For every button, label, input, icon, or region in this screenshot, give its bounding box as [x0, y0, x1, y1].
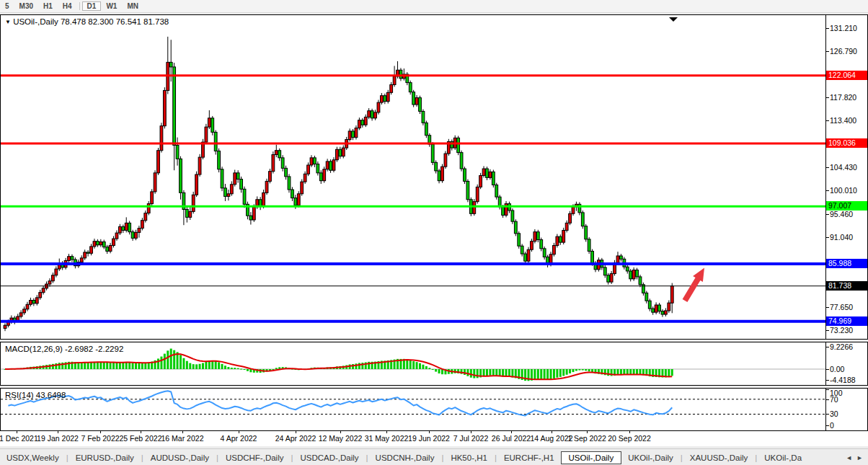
tab-ukoil-daily[interactable]: UKOil-,Daily [621, 452, 680, 464]
tab-ukoil-da[interactable]: UKOil-,Da [758, 452, 808, 464]
macd-bar [470, 369, 472, 378]
macd-bar [135, 363, 137, 369]
macd-bar [182, 358, 185, 369]
macd-bar [144, 363, 146, 369]
bull-candle [476, 187, 479, 201]
bull-candle [90, 247, 93, 253]
macd-plot[interactable] [1, 342, 827, 385]
tab-usoil-daily[interactable]: USOil-,Daily [561, 451, 622, 464]
date-tick [552, 431, 552, 433]
tab-scroll-left-icon[interactable]: ◄ [843, 454, 854, 461]
date-tick-label: 25 Feb 2022 [120, 434, 162, 443]
tab-usdcad-daily[interactable]: USDCAD-,Daily [293, 452, 365, 464]
bear-candle [316, 164, 319, 173]
trading-terminal: { "toolbar": { "items": ["5", "M30", "H1… [0, 0, 868, 465]
bear-candle [319, 173, 322, 181]
rsi-tick [826, 389, 829, 390]
timeframe-button-w1[interactable]: W1 [101, 1, 122, 11]
macd-bar [572, 369, 575, 372]
macd-bar [416, 362, 418, 369]
macd-bar [483, 369, 485, 376]
macd-bar [106, 363, 108, 369]
rsi-label: RSI(14) 43.6498 [5, 391, 66, 399]
macd-bar [237, 368, 239, 369]
bear-candle [285, 168, 288, 177]
bear-candle [169, 62, 172, 67]
macd-bar [52, 364, 54, 369]
price-tick [826, 28, 829, 29]
bull-candle [262, 192, 265, 206]
bear-candle [431, 144, 434, 162]
symbol-tab-bar: USDX,Weekly|EURUSD-,Daily|AUDUSD-,Daily|… [0, 448, 868, 465]
bull-candle [275, 151, 278, 155]
tab-audusd-daily[interactable]: AUDUSD-,Daily [144, 452, 216, 464]
macd-bar [435, 369, 437, 372]
date-tick-label: 7 Feb 2022 [81, 434, 119, 443]
price-tick-label: 117.820 [830, 93, 856, 102]
macd-bar [352, 364, 354, 369]
bull-candle [616, 256, 619, 262]
bear-candle [412, 92, 415, 105]
bear-candle [409, 83, 412, 92]
bull-candle [138, 229, 141, 233]
macd-bar [409, 360, 412, 369]
timeframe-button-h4[interactable]: H4 [58, 1, 77, 11]
bull-candle [80, 258, 83, 262]
tab-hk50-h1[interactable]: HK50-,H1 [444, 452, 494, 464]
macd-bar [58, 363, 61, 369]
bull-candle [572, 207, 575, 213]
rsi-plot[interactable] [1, 389, 827, 430]
bear-candle [32, 301, 35, 304]
price-level-badge-81.738: 81.738 [826, 281, 867, 291]
bull-candle [569, 213, 572, 223]
bull-candle [112, 239, 115, 245]
tab-xauusd-daily[interactable]: XAUUSD-,Daily [683, 452, 755, 464]
bull-candle [4, 325, 6, 328]
bull-candle [144, 213, 147, 221]
candlestick-plot[interactable] [1, 15, 827, 339]
bear-candle [536, 232, 539, 240]
macd-tick-label: -4.4188 [830, 376, 856, 384]
bear-candle [281, 158, 284, 168]
bear-candle [422, 111, 425, 123]
price-tick-label: 104.430 [830, 163, 857, 172]
tab-eurusd-daily[interactable]: EURUSD-,Daily [69, 452, 141, 464]
timeframe-button-m30[interactable]: M30 [14, 1, 38, 11]
bear-candle [122, 226, 125, 230]
bear-candle [639, 277, 642, 285]
macd-bar [110, 363, 112, 369]
bull-candle [35, 298, 38, 304]
bull-candle [374, 112, 377, 118]
tab-usdchf-daily[interactable]: USDCHF-,Daily [219, 452, 291, 464]
timeframe-toolbar: 5M30H1H4D1W1MN [0, 0, 868, 13]
bear-candle [176, 145, 179, 159]
tab-eurchf-h1[interactable]: EURCHF-,H1 [497, 452, 561, 464]
bullish-breakout-arrow[interactable] [683, 268, 704, 303]
bull-candle [342, 148, 345, 156]
rsi-panel: RSI(14) 43.6498 10070300 [0, 388, 868, 431]
bull-candle [198, 157, 201, 174]
tab-usdcnh-daily[interactable]: USDCNH-,Daily [369, 452, 441, 464]
chevron-down-icon[interactable]: ▼ [5, 19, 11, 25]
macd-bar [97, 362, 99, 369]
timeframe-button-h1[interactable]: H1 [38, 1, 58, 11]
last-bar-marker-icon [669, 17, 678, 22]
bull-candle [553, 245, 556, 254]
bear-candle [636, 270, 639, 277]
date-tick-label: 4 Apr 2022 [221, 434, 257, 443]
timeframe-button-d1[interactable]: D1 [82, 1, 102, 11]
timeframe-button-mn[interactable]: MN [122, 1, 143, 11]
bear-candle [87, 252, 89, 253]
bull-candle [84, 252, 87, 258]
bull-candle [326, 161, 329, 169]
bull-candle [135, 232, 138, 238]
tab-scroll-right-icon[interactable]: ► [854, 454, 865, 461]
bear-candle [211, 118, 214, 133]
bear-candle [652, 309, 655, 312]
date-tick [296, 431, 296, 433]
macd-bar [464, 369, 466, 375]
tab-usdx-weekly[interactable]: USDX,Weekly [0, 452, 66, 464]
macd-bar [562, 369, 564, 376]
timeframe-button-5[interactable]: 5 [0, 1, 14, 11]
bull-candle [364, 117, 367, 125]
